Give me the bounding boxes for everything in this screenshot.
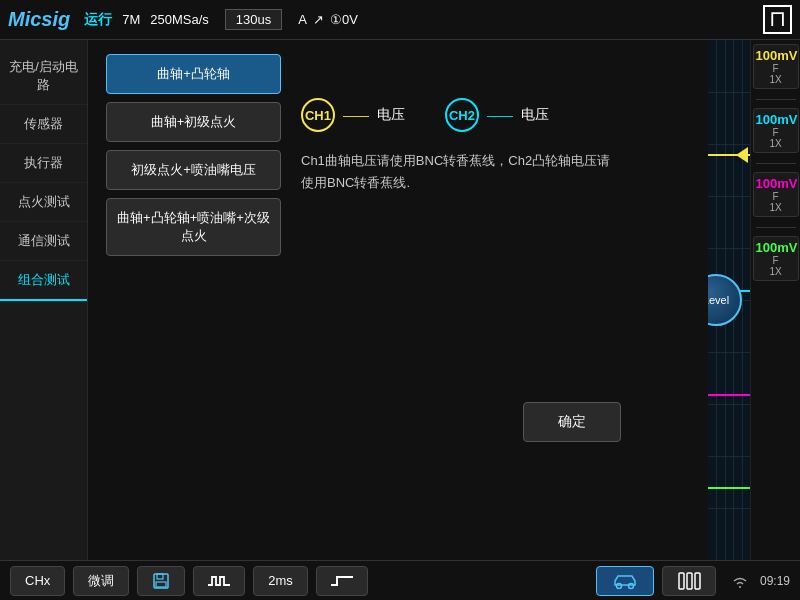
pulse-icon <box>208 573 230 589</box>
ch1-label-text: 电压 <box>377 106 405 124</box>
ch3-scale-box[interactable]: 100mV F 1X <box>753 172 799 217</box>
ch2-badge: CH2 —— 电压 <box>445 98 549 132</box>
timebase-display[interactable]: 130us <box>225 9 282 30</box>
svg-rect-5 <box>679 573 684 589</box>
sidebar: 充电/启动电路 传感器 执行器 点火测试 通信测试 组合测试 <box>0 40 88 560</box>
grid-h-3 <box>708 196 750 197</box>
confirm-button[interactable]: 确定 <box>523 402 621 442</box>
sidebar-item-comm[interactable]: 通信测试 <box>0 222 87 261</box>
memory-depth: 7M <box>122 12 140 27</box>
pulse-button[interactable] <box>193 566 245 596</box>
ch1-scale-sub2: 1X <box>756 74 796 85</box>
scale-sep-3 <box>756 227 796 228</box>
top-bar: Micsig 运行 7M 250MSa/s 130us A ↗ ①0V ⊓ <box>0 0 800 40</box>
ch1-circle: CH1 <box>301 98 335 132</box>
time-display: 09:19 <box>760 574 790 588</box>
grid-h-4 <box>708 248 750 249</box>
timebase-button[interactable]: 2ms <box>253 566 308 596</box>
run-status: 运行 <box>84 11 112 29</box>
brand-logo: Micsig <box>8 8 70 31</box>
grid-h-9 <box>708 508 750 509</box>
svg-rect-2 <box>156 582 166 587</box>
step-button[interactable] <box>316 566 368 596</box>
menu-btn-ignition-injector[interactable]: 初级点火+喷油嘴电压 <box>106 150 281 190</box>
fine-tune-button[interactable]: 微调 <box>73 566 129 596</box>
wave-ch3-magenta <box>708 394 750 396</box>
wifi-icon <box>730 573 750 589</box>
ch2-dash: —— <box>487 108 513 123</box>
car-icon <box>611 571 639 591</box>
ch4-scale-sub1: F <box>756 255 796 266</box>
svg-rect-7 <box>695 573 700 589</box>
channels-button[interactable] <box>662 566 716 596</box>
ch3-scale-sub2: 1X <box>756 202 796 213</box>
trigger-arrow <box>736 147 748 163</box>
wave-ch4-green <box>708 487 750 489</box>
save-button[interactable] <box>137 566 185 596</box>
grid-h-2 <box>708 144 750 145</box>
ch4-scale-value: 100mV <box>756 240 796 255</box>
sidebar-item-charging[interactable]: 充电/启动电路 <box>0 48 87 105</box>
ch3-scale-value: 100mV <box>756 176 796 191</box>
ch1-scale-value: 100mV <box>756 48 796 63</box>
ch2-scale-sub2: 1X <box>756 138 796 149</box>
grid-h-7 <box>708 404 750 405</box>
scope-area: Level <box>708 40 750 560</box>
ch2-circle: CH2 <box>445 98 479 132</box>
level-knob[interactable]: Level <box>708 274 742 326</box>
bottom-bar: CHx 微调 2ms <box>0 560 800 600</box>
sidebar-item-combo[interactable]: 组合测试 <box>0 261 87 301</box>
ch2-scale-sub1: F <box>756 127 796 138</box>
scale-sep-1 <box>756 99 796 100</box>
grid-h-1 <box>708 92 750 93</box>
ch3-scale-sub1: F <box>756 191 796 202</box>
trigger-info: A ↗ ①0V <box>298 12 358 27</box>
menu-btn-crankshaft-cam[interactable]: 曲轴+凸轮轴 <box>106 54 281 94</box>
chx-button[interactable]: CHx <box>10 566 65 596</box>
ch1-scale-sub1: F <box>756 63 796 74</box>
panel-content: 曲轴+凸轮轴 曲轴+初级点火 初级点火+喷油嘴电压 曲轴+凸轮轴+喷油嘴+次级点… <box>88 40 708 560</box>
scale-sep-2 <box>756 163 796 164</box>
sidebar-item-actuator[interactable]: 执行器 <box>0 144 87 183</box>
step-icon <box>331 573 353 589</box>
menu-btn-crankshaft-ignition[interactable]: 曲轴+初级点火 <box>106 102 281 142</box>
sidebar-item-ignition[interactable]: 点火测试 <box>0 183 87 222</box>
svg-rect-6 <box>687 573 692 589</box>
car-mode-button[interactable] <box>596 566 654 596</box>
ch-labels: CH1 —— 电压 CH2 —— 电压 <box>301 98 690 132</box>
ch4-scale-box[interactable]: 100mV F 1X <box>753 236 799 281</box>
ch2-scale-box[interactable]: 100mV F 1X <box>753 108 799 153</box>
grid-h-6 <box>708 352 750 353</box>
menu-buttons: 曲轴+凸轮轴 曲轴+初级点火 初级点火+喷油嘴电压 曲轴+凸轮轴+喷油嘴+次级点… <box>106 54 281 256</box>
ch2-label-text: 电压 <box>521 106 549 124</box>
info-text: Ch1曲轴电压请使用BNC转香蕉线，Ch2凸轮轴电压请使用BNC转香蕉线. <box>301 150 621 194</box>
svg-point-4 <box>628 583 633 588</box>
grid-h-8 <box>708 456 750 457</box>
sample-rate: 250MSa/s <box>150 12 209 27</box>
right-panel: 100mV F 1X 100mV F 1X 100mV F 1X 100mV F… <box>750 40 800 560</box>
square-wave-icon: ⊓ <box>763 5 792 33</box>
center-panel: 曲轴+凸轮轴 曲轴+初级点火 初级点火+喷油嘴电压 曲轴+凸轮轴+喷油嘴+次级点… <box>88 40 708 560</box>
sidebar-item-sensor[interactable]: 传感器 <box>0 105 87 144</box>
save-icon <box>152 572 170 590</box>
svg-point-3 <box>616 583 621 588</box>
ch1-dash: —— <box>343 108 369 123</box>
channels-icon <box>677 571 701 591</box>
ch1-badge: CH1 —— 电压 <box>301 98 405 132</box>
ch2-scale-value: 100mV <box>756 112 796 127</box>
ch1-scale-box[interactable]: 100mV F 1X <box>753 44 799 89</box>
confirm-area: 确定 <box>301 382 621 442</box>
menu-btn-crankshaft-all[interactable]: 曲轴+凸轮轴+喷油嘴+次级点火 <box>106 198 281 256</box>
content-right: CH1 —— 电压 CH2 —— 电压 Ch1曲轴电压请使用BNC转香蕉线，Ch… <box>301 98 690 442</box>
main-area: 充电/启动电路 传感器 执行器 点火测试 通信测试 组合测试 曲轴+凸轮轴 曲轴… <box>0 40 800 560</box>
ch4-scale-sub2: 1X <box>756 266 796 277</box>
